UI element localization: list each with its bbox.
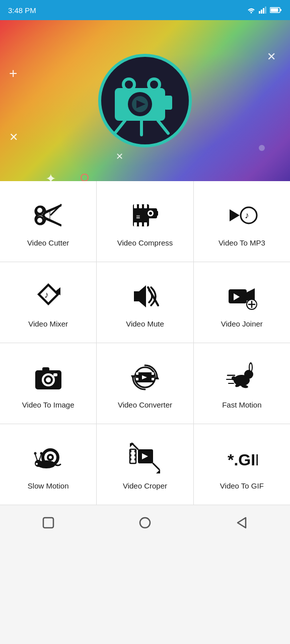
- svg-point-47: [149, 212, 152, 215]
- battery-icon: [270, 7, 282, 14]
- crop-video-icon: [129, 442, 161, 474]
- svg-rect-71: [136, 378, 138, 380]
- svg-rect-72: [152, 372, 154, 375]
- svg-rect-105: [130, 450, 131, 452]
- camera-icon: [32, 361, 64, 393]
- bottom-navigation: [0, 505, 290, 540]
- video-croper-item[interactable]: Video Croper: [97, 424, 193, 505]
- svg-rect-70: [136, 372, 138, 375]
- fast-motion-item[interactable]: Fast Motion: [194, 343, 290, 424]
- circle-icon: [138, 516, 152, 530]
- mixer-icon: ♪: [32, 280, 64, 312]
- svg-rect-67: [53, 373, 57, 376]
- slow-motion-item[interactable]: Slow Motion: [0, 424, 96, 505]
- svg-point-34: [37, 218, 42, 223]
- video-to-image-item[interactable]: Video To Image: [0, 343, 96, 424]
- svg-point-15: [150, 80, 158, 89]
- hero-x-ml-icon: ✕: [9, 131, 18, 144]
- svg-rect-48: [156, 211, 158, 216]
- svg-point-92: [35, 460, 42, 467]
- svg-marker-50: [230, 209, 240, 221]
- svg-point-80: [250, 364, 252, 371]
- scissors-icon: [32, 199, 64, 231]
- time: 3:48 PM: [8, 6, 36, 15]
- hero-banner: + ✕ ✕ ✕ ✦: [0, 20, 290, 181]
- svg-rect-106: [130, 454, 131, 456]
- joiner-icon: [226, 280, 258, 312]
- svg-rect-3: [265, 7, 266, 14]
- slow-motion-label: Slow Motion: [28, 481, 69, 490]
- svg-text:♪: ♪: [245, 210, 249, 220]
- svg-rect-0: [259, 11, 260, 14]
- svg-rect-73: [152, 378, 154, 380]
- video-to-gif-item[interactable]: *.GIF Video To GIF: [194, 424, 290, 505]
- mute-icon: [129, 280, 161, 312]
- video-mixer-item[interactable]: ♪ Video Mixer: [0, 262, 96, 343]
- wifi-icon: [247, 7, 256, 14]
- svg-rect-41: [144, 204, 147, 208]
- svg-rect-40: [139, 204, 142, 208]
- svg-point-13: [125, 80, 133, 89]
- svg-point-90: [49, 456, 52, 459]
- video-mute-label: Video Mute: [126, 319, 164, 328]
- back-triangle-icon: [235, 516, 249, 530]
- video-to-gif-label: Video To GIF: [220, 481, 264, 490]
- features-grid: Video Cutter ≡ Video Compres: [0, 181, 290, 505]
- snail-icon: [32, 442, 64, 474]
- svg-rect-16: [164, 96, 172, 110]
- svg-rect-1: [261, 10, 262, 14]
- svg-text:♪: ♪: [44, 290, 49, 300]
- status-bar: 3:48 PM: [0, 0, 290, 20]
- video-compress-item[interactable]: ≡ Video Compress: [97, 181, 193, 262]
- status-icons: [247, 7, 282, 14]
- svg-marker-114: [238, 518, 246, 528]
- svg-rect-43: [139, 222, 142, 226]
- video-cutter-item[interactable]: Video Cutter: [0, 181, 96, 262]
- svg-rect-42: [134, 222, 137, 226]
- svg-rect-108: [134, 450, 136, 452]
- video-to-mp3-item[interactable]: ♪ Video To MP3: [194, 181, 290, 262]
- svg-rect-2: [263, 8, 264, 14]
- video-to-mp3-label: Video To MP3: [219, 238, 265, 247]
- compress-icon: ≡: [129, 199, 161, 231]
- video-joiner-item[interactable]: Video Joiner: [194, 262, 290, 343]
- svg-point-95: [34, 452, 36, 454]
- svg-line-94: [39, 454, 41, 460]
- gif-icon: *.GIF: [226, 442, 258, 474]
- square-icon: [41, 516, 55, 530]
- svg-marker-103: [156, 469, 160, 473]
- video-to-image-label: Video To Image: [22, 400, 75, 409]
- app-logo: [95, 50, 195, 151]
- video-mixer-label: Video Mixer: [28, 319, 68, 328]
- hero-circle-icon: [81, 174, 89, 181]
- converter-icon: [129, 361, 161, 393]
- hero-plus-icon: +: [9, 65, 17, 82]
- svg-line-93: [35, 454, 37, 460]
- video-croper-label: Video Croper: [123, 481, 167, 490]
- svg-text:≡: ≡: [136, 213, 140, 221]
- svg-rect-39: [134, 204, 137, 208]
- hero-x-tr-icon: ✕: [267, 50, 276, 63]
- hero-sparkle-icon: ✦: [45, 171, 56, 181]
- svg-point-33: [37, 208, 42, 213]
- svg-rect-66: [42, 367, 49, 371]
- nav-circle-button[interactable]: [132, 510, 158, 535]
- nav-square-button[interactable]: [36, 510, 61, 535]
- video-cutter-label: Video Cutter: [27, 238, 69, 247]
- svg-rect-5: [280, 9, 281, 11]
- rabbit-icon: [226, 361, 258, 393]
- video-joiner-label: Video Joiner: [221, 319, 263, 328]
- nav-back-button[interactable]: [229, 510, 254, 535]
- fast-motion-label: Fast Motion: [222, 400, 261, 409]
- svg-rect-112: [43, 518, 53, 528]
- video-mute-item[interactable]: Video Mute: [97, 262, 193, 343]
- video-converter-label: Video Converter: [118, 400, 172, 409]
- svg-rect-110: [134, 458, 136, 460]
- signal-icon: [259, 7, 267, 14]
- svg-marker-36: [43, 217, 61, 226]
- video-converter-item[interactable]: Video Converter: [97, 343, 193, 424]
- hero-x-bc-icon: ✕: [116, 151, 123, 162]
- video-compress-label: Video Compress: [117, 238, 173, 247]
- svg-point-113: [140, 518, 150, 528]
- svg-point-97: [36, 463, 38, 465]
